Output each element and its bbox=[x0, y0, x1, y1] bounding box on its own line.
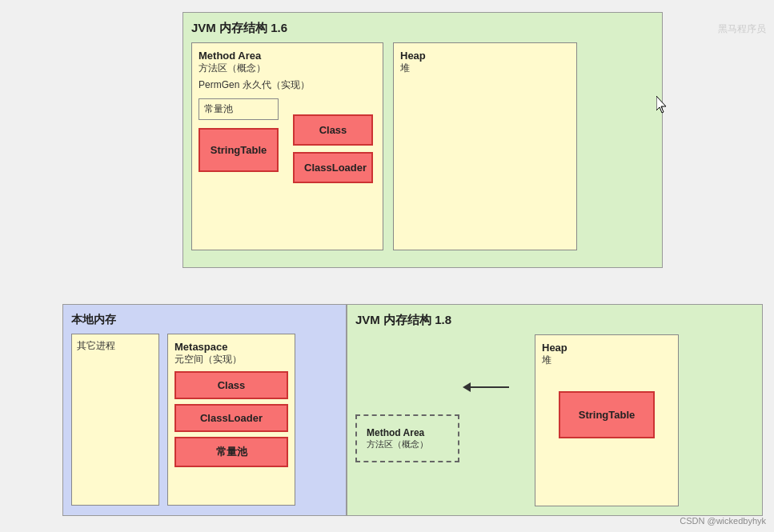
classloader-box-18: ClassLoader bbox=[174, 404, 288, 432]
stringtable-box-16: StringTable bbox=[199, 128, 279, 172]
classloader-box-16: ClassLoader bbox=[293, 152, 373, 183]
metaspace-title: Metaspace bbox=[174, 341, 288, 353]
diagram-18: JVM 内存结构 1.8 Method Area 方法区（概念） Heap 堆 … bbox=[347, 304, 763, 516]
method-area-dashed-subtitle: 方法区（概念） bbox=[367, 438, 448, 450]
class-box-16: Class bbox=[293, 114, 373, 146]
main-container: JVM 内存结构 1.6 Method Area 方法区（概念） PermGen… bbox=[0, 0, 774, 532]
diagram-18-inner: Method Area 方法区（概念） Heap 堆 StringTable bbox=[355, 334, 754, 506]
metaspace: Metaspace 元空间（实现） Class ClassLoader 常量池 bbox=[167, 334, 295, 506]
metaspace-subtitle: 元空间（实现） bbox=[174, 353, 288, 366]
diagram-16-title: JVM 内存结构 1.6 bbox=[191, 21, 654, 36]
heap-title-16: Heap bbox=[400, 50, 570, 62]
arrow-icon bbox=[469, 386, 509, 388]
changliangchi-label: 常量池 bbox=[199, 98, 279, 120]
watermark-top: 黑马程序员 bbox=[718, 22, 766, 36]
method-area-dashed-title: Method Area bbox=[367, 427, 448, 438]
class-box-18: Class bbox=[174, 371, 288, 399]
heap-subtitle-18: 堆 bbox=[542, 354, 672, 367]
method-area-subtitle1: 方法区（概念） bbox=[199, 62, 376, 75]
other-process: 其它进程 bbox=[71, 334, 159, 506]
heap-subtitle-16: 堆 bbox=[400, 62, 570, 75]
method-area-subtitle2: PermGen 永久代（实现） bbox=[199, 78, 376, 92]
diagram-16-inner: Method Area 方法区（概念） PermGen 永久代（实现） 常量池 … bbox=[191, 42, 654, 250]
class-classloader-col: Class ClassLoader bbox=[293, 114, 373, 183]
svg-marker-0 bbox=[656, 96, 666, 113]
method-area-dashed-18: Method Area 方法区（概念） bbox=[355, 414, 459, 462]
arrow-container bbox=[469, 386, 509, 388]
method-area-title: Method Area bbox=[199, 50, 376, 62]
method-area-16: Method Area 方法区（概念） PermGen 永久代（实现） 常量池 … bbox=[191, 42, 383, 250]
watermark-bottom: CSDN @wickedbyhyk bbox=[680, 516, 766, 526]
diagram-16: JVM 内存结构 1.6 Method Area 方法区（概念） PermGen… bbox=[182, 12, 663, 268]
heap-title-18: Heap bbox=[542, 342, 672, 354]
heap-16: Heap 堆 bbox=[393, 42, 577, 250]
other-process-title: 其它进程 bbox=[77, 339, 154, 353]
diagram-18-title: JVM 内存结构 1.8 bbox=[355, 313, 754, 328]
local-memory: 本地内存 其它进程 Metaspace 元空间（实现） Class ClassL… bbox=[62, 304, 347, 516]
cursor bbox=[656, 96, 669, 114]
stringtable-box-18: StringTable bbox=[559, 391, 655, 438]
heap-18: Heap 堆 StringTable bbox=[535, 334, 679, 506]
local-memory-title: 本地内存 bbox=[71, 313, 338, 327]
local-memory-inner: 其它进程 Metaspace 元空间（实现） Class ClassLoader… bbox=[71, 334, 338, 506]
changliangchi-box-18: 常量池 bbox=[174, 437, 288, 467]
